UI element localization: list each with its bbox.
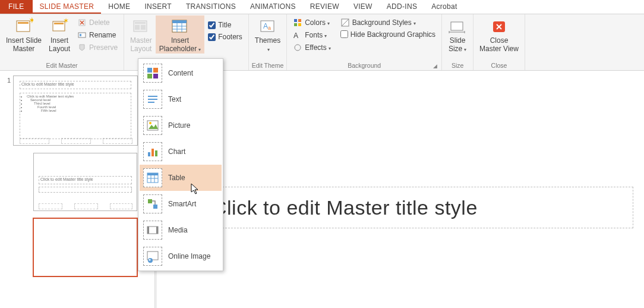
layout-thumbnail-2[interactable] [33,218,137,276]
svg-rect-12 [135,22,146,24]
svg-rect-60 [156,227,158,234]
smartart-icon [143,194,162,213]
effects-button[interactable]: Effects [289,42,334,54]
hide-background-checkbox-input[interactable] [340,30,348,38]
placeholder-content[interactable]: Content [140,60,222,86]
placeholder-chart-label: Chart [168,147,185,156]
footers-checkbox[interactable]: Footers [204,31,246,43]
footer-ph [39,203,62,209]
insert-placeholder-label: InsertPlaceholder [159,37,201,54]
tab-view[interactable]: VIEW [346,0,380,14]
svg-text:A: A [263,22,268,30]
online-image-icon [143,247,162,266]
svg-rect-13 [135,25,140,30]
group-edit-master: ✶ Insert SlideMaster ✶ InsertLayout Dele… [0,14,124,70]
dialog-launcher-icon[interactable]: ◢ [432,63,438,69]
placeholder-text[interactable]: Text [140,86,222,112]
placeholder-smartart[interactable]: SmartArt [140,191,222,217]
themes-label: Themes [255,37,280,54]
insert-layout-label: InsertLayout [49,37,70,54]
insert-slide-master-button[interactable]: ✶ Insert SlideMaster [2,15,45,54]
tab-insert[interactable]: INSERT [137,0,179,14]
title-checkbox[interactable]: Title [204,19,246,31]
delete-label: Delete [89,18,110,28]
slide-size-button[interactable]: SlideSize [444,15,471,54]
svg-rect-25 [298,19,301,22]
slide-canvas[interactable]: Click to edit Master title style [210,109,638,282]
picture-icon [143,116,162,135]
effects-icon [293,43,302,52]
close-icon [490,17,509,36]
tab-animations[interactable]: ANIMATIONS [243,0,303,14]
rename-button[interactable]: Rename [74,29,121,42]
tab-acrobat[interactable]: Acrobat [424,0,464,14]
layout1-title: Click to edit Master title style [39,176,132,184]
slide-size-label: SlideSize [449,37,466,54]
background-styles-button[interactable]: Background Styles [337,17,439,29]
slide-size-icon [448,17,467,36]
master-layout-button: MasterLayout [127,15,156,54]
svg-rect-27 [298,23,301,26]
placeholder-media[interactable]: Media [140,217,222,243]
master-thumbnail[interactable]: Click to edit Master title style Click t… [13,76,138,146]
svg-point-63 [149,259,151,261]
group-label-size: Size [444,61,471,70]
svg-text:✶: ✶ [63,17,69,25]
footer-ph [103,138,132,144]
rename-icon [77,30,87,40]
title-checkbox-label: Title [218,21,231,29]
placeholder-online-image[interactable]: Online Image [140,243,222,269]
insert-slide-master-icon: ✶ [14,17,33,36]
thumbnail-pane[interactable]: 1 Click to edit Master title style Click… [0,71,154,308]
title-placeholder[interactable]: Click to edit Master title style [210,187,633,228]
insert-layout-button[interactable]: ✶ InsertLayout [45,15,74,54]
master-layout-label: MasterLayout [130,37,152,54]
svg-point-29 [295,45,301,51]
svg-rect-48 [148,152,150,156]
close-master-view-button[interactable]: CloseMaster View [476,15,522,54]
hide-background-label: Hide Background Graphics [351,30,435,39]
insert-placeholder-icon [171,17,190,36]
group-label-background: Background◢ [289,61,439,70]
tab-slide-master[interactable]: SLIDE MASTER [33,0,102,14]
colors-button[interactable]: Colors [289,17,334,29]
rename-label: Rename [89,30,116,40]
placeholder-online-image-label: Online Image [168,252,210,260]
insert-placeholder-button[interactable]: InsertPlaceholder [156,15,204,54]
footers-checkbox-input[interactable] [208,33,216,41]
tab-addins[interactable]: ADD-INS [380,0,424,14]
svg-text:a: a [268,25,271,31]
placeholder-table[interactable]: Table [140,165,222,191]
themes-button[interactable]: Aa Themes [251,15,284,54]
footer-ph [61,138,91,144]
group-label-close: Close [476,61,522,70]
delete-button: Delete [74,17,121,29]
svg-rect-9 [78,33,86,37]
tab-home[interactable]: HOME [101,0,137,14]
layout-thumbnail-1[interactable]: Click to edit Master title style [33,153,137,211]
master-number: 1 [2,76,11,84]
fonts-label: Fonts [305,30,327,40]
footers-checkbox-label: Footers [218,33,242,41]
placeholder-smartart-label: SmartArt [168,200,196,208]
svg-rect-26 [294,23,297,26]
insert-placeholder-menu: Content Text Picture Chart Table SmartAr… [138,58,223,271]
slide-edit-area[interactable]: Click to edit Master title style [157,71,644,308]
preserve-label: Preserve [89,43,118,53]
svg-rect-56 [148,199,152,203]
workspace: 1 Click to edit Master title style Click… [0,71,644,308]
fonts-button[interactable]: A Fonts [289,29,334,42]
tab-review[interactable]: REVIEW [303,0,346,14]
hide-background-checkbox[interactable]: Hide Background Graphics [337,29,439,40]
svg-rect-57 [153,205,157,209]
chart-icon [143,142,162,161]
group-label-edit-master: Edit Master [2,61,121,70]
svg-rect-41 [153,74,158,78]
placeholder-picture[interactable]: Picture [140,112,222,139]
footer-ph [110,203,132,209]
placeholder-chart[interactable]: Chart [140,139,222,165]
title-checkbox-input[interactable] [208,21,216,29]
tab-file[interactable]: FILE [0,0,33,14]
effects-label: Effects [305,43,330,53]
tab-transitions[interactable]: TRANSITIONS [179,0,243,14]
